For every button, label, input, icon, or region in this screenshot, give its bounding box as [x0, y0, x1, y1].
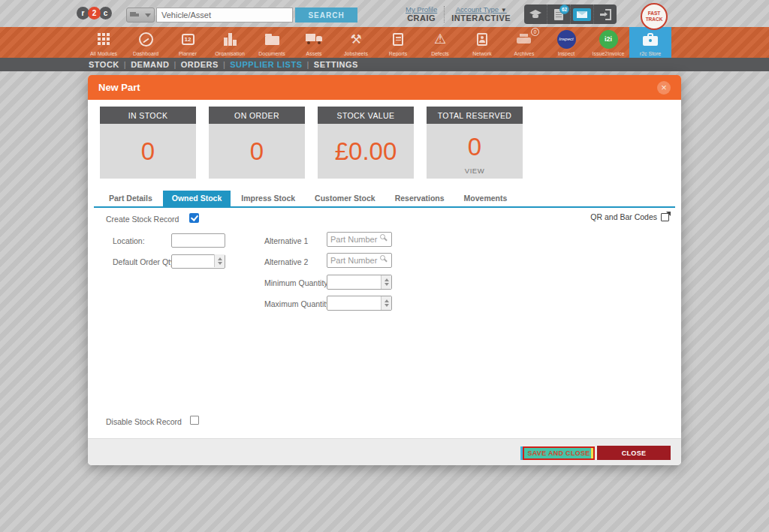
- view-link[interactable]: VIEW: [427, 167, 523, 175]
- stat-value: £0.00: [335, 137, 397, 166]
- nav-item-r2c-store[interactable]: r2c Store: [629, 27, 671, 58]
- account-type-dropdown[interactable]: Account Type ▼ INTERACTIVE: [445, 5, 517, 23]
- logo-c: c: [99, 7, 112, 20]
- documents-notifications-button[interactable]: 62: [547, 5, 570, 24]
- nav-item-assets[interactable]: Assets: [293, 27, 335, 58]
- nav-item-archives[interactable]: 0 Archives: [503, 27, 545, 58]
- close-icon[interactable]: ×: [657, 81, 671, 95]
- nav-label: Organisation: [209, 51, 251, 56]
- create-stock-record-checkbox[interactable]: [189, 213, 199, 223]
- qty-stepper[interactable]: [381, 275, 391, 289]
- nav-label: r2c Store: [629, 51, 671, 56]
- search-button[interactable]: SEARCH: [295, 8, 357, 23]
- tab-owned-stock[interactable]: Owned Stock: [163, 191, 231, 206]
- search-type-dropdown[interactable]: [126, 8, 155, 23]
- notification-count-badge: 62: [559, 5, 569, 14]
- qr-label: QR and Bar Codes: [590, 212, 657, 221]
- search-icon: [380, 255, 389, 264]
- stock-submenu: STOCK | DEMAND | ORDERS | SUPPLIER LISTS…: [0, 58, 769, 71]
- tab-customer-stock[interactable]: Customer Stock: [306, 191, 384, 206]
- nav-item-network[interactable]: Network: [461, 27, 503, 58]
- qty-stepper[interactable]: [381, 296, 391, 310]
- header-icon-tray: 62: [524, 5, 617, 24]
- report-icon: [393, 33, 403, 46]
- nav-item-issue2invoice[interactable]: i2i Issue2Invoice: [587, 27, 629, 58]
- i2i-circle-icon: i2i: [599, 30, 618, 49]
- training-button[interactable]: [524, 5, 547, 24]
- grid-icon: [98, 33, 110, 45]
- location-label: Location:: [113, 236, 145, 245]
- stat-label: TOTAL RESERVED: [427, 107, 523, 124]
- tab-reservations[interactable]: Reservations: [386, 191, 454, 206]
- tab-part-details[interactable]: Part Details: [100, 191, 161, 206]
- module-nav: All Modules Dashboard 12 Planner Organis…: [0, 27, 769, 58]
- tab-impress-stock[interactable]: Impress Stock: [232, 191, 304, 206]
- search-icon: [380, 234, 389, 243]
- logout-button[interactable]: [593, 5, 617, 24]
- external-link-icon: [661, 213, 669, 221]
- submenu-settings[interactable]: SETTINGS: [314, 60, 358, 69]
- profile-area: My Profile CRAIG Account Type ▼ INTERACT…: [399, 5, 517, 23]
- nav-label: Assets: [293, 51, 335, 56]
- account-type-label: Account Type ▼: [456, 5, 507, 14]
- nav-label: All Modules: [83, 51, 125, 56]
- submenu-demand[interactable]: DEMAND: [131, 60, 169, 69]
- nav-label: Network: [461, 51, 503, 56]
- nav-item-inspect[interactable]: Inspect Inspect: [545, 27, 587, 58]
- top-bar: r 2 c SEARCH My Profile CRAIG Account Ty…: [0, 0, 769, 27]
- buildings-icon: [224, 33, 237, 46]
- nav-item-planner[interactable]: 12 Planner: [167, 27, 209, 58]
- nav-item-dashboard[interactable]: Dashboard: [125, 27, 167, 58]
- account-type-value: INTERACTIVE: [451, 14, 511, 23]
- qty-stepper[interactable]: [214, 254, 225, 267]
- chevron-down-icon: ▼: [501, 7, 507, 14]
- nav-item-reports[interactable]: Reports: [377, 27, 419, 58]
- submenu-orders[interactable]: ORDERS: [181, 60, 219, 69]
- modal-title: New Part: [98, 82, 140, 93]
- alternative-2-field-wrap: [327, 253, 392, 268]
- separator: |: [124, 60, 126, 69]
- stat-value: 0: [468, 133, 481, 161]
- stat-value: 0: [141, 137, 155, 166]
- stat-label: STOCK VALUE: [318, 107, 414, 124]
- logo-2: 2: [88, 7, 101, 20]
- close-button[interactable]: CLOSE: [597, 446, 671, 460]
- disable-stock-record-checkbox[interactable]: [190, 416, 199, 425]
- nav-label: Defects: [419, 51, 461, 56]
- nav-label: Planner: [167, 51, 209, 56]
- nav-item-all-modules[interactable]: All Modules: [83, 27, 125, 58]
- maximum-quantity-field-wrap: [327, 296, 392, 311]
- nav-label: Jobsheets: [335, 51, 377, 56]
- gauge-icon: [139, 32, 153, 47]
- location-input[interactable]: [171, 233, 225, 248]
- save-and-close-button[interactable]: SAVE AND CLOSE: [523, 446, 595, 460]
- nav-item-organisation[interactable]: Organisation: [209, 27, 251, 58]
- submenu-stock[interactable]: STOCK: [89, 60, 119, 69]
- r2c-logo-icon: r 2 c: [78, 7, 112, 20]
- stat-on-order: ON ORDER 0: [209, 107, 305, 179]
- search-input[interactable]: [156, 8, 293, 23]
- fast-track-badge[interactable]: FAST TRACK: [641, 3, 668, 30]
- my-profile-link[interactable]: My Profile CRAIG: [399, 5, 444, 23]
- tab-movements[interactable]: Movements: [455, 191, 517, 206]
- mail-icon: [573, 8, 591, 21]
- nav-label: Issue2Invoice: [587, 51, 629, 56]
- stat-value: 0: [250, 137, 264, 166]
- nav-item-jobsheets[interactable]: ⚒ Jobsheets: [335, 27, 377, 58]
- default-order-qty-label: Default Order Qty: [113, 257, 174, 266]
- archives-count-badge: 0: [531, 28, 539, 36]
- briefcase-icon: [643, 36, 658, 46]
- nav-item-defects[interactable]: ⚠ Defects: [419, 27, 461, 58]
- alternative-1-field-wrap: [327, 232, 392, 247]
- stat-total-reserved: TOTAL RESERVED 0 VIEW: [427, 107, 523, 179]
- submenu-supplier-lists[interactable]: SUPPLIER LISTS: [230, 60, 302, 69]
- profile-name: CRAIG: [407, 14, 436, 23]
- qr-and-bar-codes-link[interactable]: QR and Bar Codes: [590, 212, 669, 221]
- messages-button[interactable]: [570, 5, 593, 24]
- separator: |: [173, 60, 176, 69]
- separator: |: [223, 60, 225, 69]
- nav-label: Inspect: [545, 51, 587, 56]
- create-stock-record-label: Create Stock Record: [106, 215, 179, 224]
- nav-item-documents[interactable]: Documents: [251, 27, 293, 58]
- tools-icon: ⚒: [350, 33, 361, 46]
